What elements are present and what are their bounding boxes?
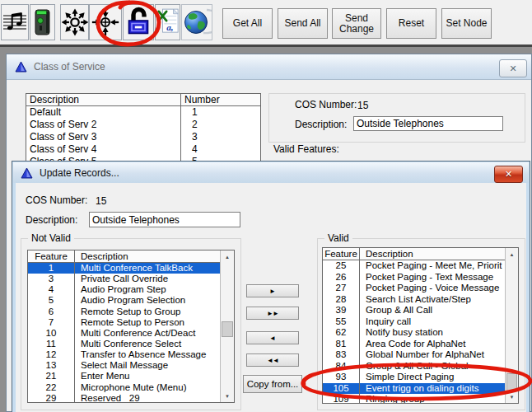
- feature-number: 55: [323, 316, 360, 328]
- cos-description-label: Description:: [295, 119, 347, 130]
- cos-window-title: Class of Service: [34, 61, 105, 73]
- not-valid-scrollbar[interactable]: ▲ ▼: [220, 250, 234, 402]
- col-feature[interactable]: Feature: [28, 250, 75, 262]
- intercom-button[interactable]: [30, 4, 55, 40]
- feature-description: Private Call Override: [75, 274, 220, 284]
- feature-row[interactable]: 28 Search List Activate/Step: [323, 294, 505, 306]
- feature-row[interactable]: 93 Simple Direct Paging: [323, 372, 505, 383]
- feature-description: Pocket Paging - Text Message: [360, 272, 505, 283]
- not-valid-header: Feature Description: [28, 250, 220, 263]
- dialog-titlebar[interactable]: Update Records... ✕: [13, 162, 529, 183]
- arrows-out-button[interactable]: [60, 4, 89, 40]
- feature-description: Global Number for AlphaNet: [360, 349, 505, 361]
- reset-button[interactable]: Reset: [386, 8, 436, 39]
- feature-row[interactable]: 55 Inquiry call: [323, 316, 505, 328]
- get-all-label: Get All: [233, 18, 262, 29]
- arrows-out-icon: [62, 7, 88, 38]
- cos-row-number: 4: [181, 143, 260, 156]
- feature-row[interactable]: 81 Area Code for AlphaNet: [323, 339, 505, 350]
- cos-col-description[interactable]: Description: [26, 94, 181, 105]
- feature-row[interactable]: 7 Remote Setup to Person: [28, 317, 220, 328]
- feature-number: 3: [28, 274, 75, 284]
- feature-number: 28: [323, 294, 360, 306]
- cos-col-number[interactable]: Number: [181, 94, 260, 105]
- cos-row-number: 3: [181, 131, 260, 143]
- dlg-description-input[interactable]: [89, 212, 240, 227]
- feature-row[interactable]: 27 Pocket Paging - Voice Message: [323, 283, 505, 294]
- reset-label: Reset: [399, 18, 424, 29]
- arrows-in-button[interactable]: [89, 4, 122, 40]
- cos-list: Description Number Default 1 Class of Se…: [26, 93, 261, 167]
- valid-list: Feature Description 25 Pocket Paging - M…: [322, 247, 519, 404]
- feature-row[interactable]: 5 Audio Program Selection: [28, 295, 220, 306]
- feature-description: Notify busy station: [360, 327, 505, 339]
- send-all-button[interactable]: Send All: [278, 8, 328, 39]
- music-score-button[interactable]: [1, 4, 29, 40]
- scroll-up-icon[interactable]: ▲: [506, 248, 518, 260]
- valid-scrollbar[interactable]: ▲ ▼: [505, 248, 518, 403]
- cos-row[interactable]: Class of Serv 3 3: [26, 131, 260, 143]
- feature-row[interactable]: 109 Ringing group: [323, 394, 505, 404]
- excel-export-button[interactable]: a,: [155, 4, 180, 40]
- feature-description: Pocket Paging - Voice Message: [360, 283, 505, 294]
- globe-button[interactable]: [181, 4, 212, 40]
- feature-row[interactable]: 26 Pocket Paging - Text Message: [323, 272, 505, 283]
- globe-icon: [182, 7, 212, 38]
- svg-text:a,: a,: [166, 22, 173, 32]
- feature-row[interactable]: 84 Group & All Call - Global: [323, 361, 505, 372]
- feature-row[interactable]: 62 Notify busy station: [323, 327, 505, 339]
- scroll-down-icon[interactable]: ▼: [506, 391, 518, 403]
- cos-row[interactable]: Default 1: [26, 106, 260, 119]
- feature-number: 62: [323, 327, 360, 339]
- feature-row[interactable]: 39 Group & All Call: [323, 305, 505, 316]
- feature-number: 81: [323, 339, 360, 350]
- feature-row[interactable]: 105 Event trigg on dialing digits: [323, 383, 505, 395]
- move-right-button[interactable]: ►: [246, 284, 299, 297]
- feature-row[interactable]: 6 Remote Setup to Group: [28, 307, 220, 317]
- col-description[interactable]: Description: [75, 250, 220, 262]
- col-description[interactable]: Description: [360, 248, 505, 260]
- scroll-down-icon[interactable]: ▼: [221, 390, 234, 402]
- cos-row[interactable]: Class of Serv 2 2: [26, 119, 260, 131]
- get-all-button[interactable]: Get All: [222, 8, 273, 39]
- scroll-thumb[interactable]: [506, 373, 517, 391]
- move-all-left-button[interactable]: ◄◄: [246, 353, 299, 367]
- feature-row[interactable]: 1 Multi Conference TalkBack: [28, 263, 220, 274]
- set-node-button[interactable]: Set Node: [441, 8, 492, 39]
- feature-row[interactable]: 25 Pocket Paging - Meet Me, Priorit: [323, 260, 505, 272]
- copy-from-button[interactable]: Copy from...: [243, 375, 302, 393]
- feature-row[interactable]: 4 Audio Program Step: [28, 284, 220, 295]
- send-change-button[interactable]: Send Change: [332, 8, 381, 39]
- feature-row[interactable]: 83 Global Number for AlphaNet: [323, 349, 505, 361]
- feature-row[interactable]: 3 Private Call Override: [28, 274, 220, 284]
- cos-description-input[interactable]: [353, 116, 503, 131]
- feature-number: 83: [323, 349, 360, 361]
- cos-close-button[interactable]: ✕: [499, 59, 527, 77]
- scroll-up-icon[interactable]: ▲: [221, 250, 234, 263]
- feature-description: Event trigg on dialing digits: [360, 383, 505, 395]
- feature-description: Ringing group: [360, 394, 505, 404]
- feature-row[interactable]: 12 Transfer to Absence Message: [28, 349, 220, 360]
- feature-row[interactable]: 21 Enter Menu: [28, 371, 220, 382]
- cos-row[interactable]: Class of Serv 4 4: [26, 143, 260, 156]
- move-left-button[interactable]: ◄: [246, 331, 299, 344]
- cos-titlebar[interactable]: Class of Service ✕: [7, 54, 531, 80]
- scroll-thumb[interactable]: [222, 321, 233, 337]
- app-triangle-icon: [15, 61, 27, 73]
- feature-row[interactable]: 13 Select Mail Message: [28, 360, 220, 371]
- not-valid-label: Not Valid: [28, 232, 74, 244]
- unlock-button[interactable]: [123, 4, 154, 40]
- dialog-close-button[interactable]: ✕: [494, 166, 523, 183]
- cos-row-description: Class of Serv 4: [26, 143, 181, 156]
- cos-row-number: 1: [181, 106, 260, 119]
- feature-row[interactable]: 11 Multi Conference Select: [28, 339, 220, 349]
- feature-row[interactable]: 22 Microphone Mute (Menu): [28, 382, 220, 393]
- move-all-right-button[interactable]: ►►: [246, 307, 299, 320]
- feature-row[interactable]: 29 Reserved 29: [28, 393, 220, 403]
- app-triangle-icon: [21, 167, 33, 179]
- col-feature[interactable]: Feature: [323, 248, 360, 260]
- feature-row[interactable]: 10 Multi Conference Act/Deact: [28, 328, 220, 339]
- feature-number: 109: [323, 394, 360, 404]
- feature-number: 12: [28, 349, 75, 360]
- feature-description: Group & All Call - Global: [360, 361, 505, 372]
